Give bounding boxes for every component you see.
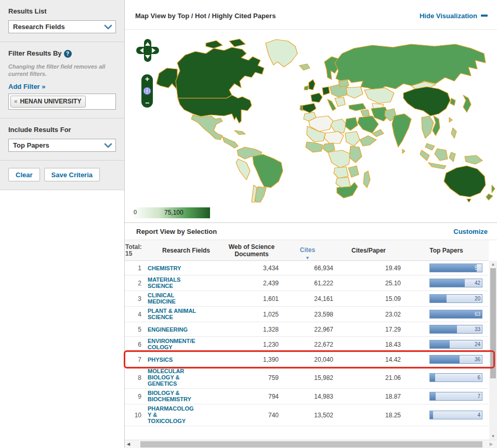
research-field-link[interactable]: PHYSICS (148, 357, 173, 363)
map-pan-control[interactable] (136, 39, 159, 69)
filter-heading: Filter Results By? (8, 49, 116, 58)
top-papers-value: 63 (475, 311, 480, 317)
globe-icon[interactable] (143, 87, 151, 95)
top-papers-bar: 63 (429, 310, 482, 319)
customize-link[interactable]: Customize (453, 228, 488, 235)
legend-max-label: 75,100 (164, 209, 184, 216)
bar-fill (430, 295, 447, 302)
results-list-heading: Results List (8, 7, 116, 15)
table-row[interactable]: 3 CLINICAL MEDICINE 1,601 24,161 15.09 2… (125, 291, 489, 307)
research-field-link[interactable]: CLINICAL MEDICINE (148, 292, 176, 305)
scroll-right-icon[interactable]: ▶ (490, 442, 493, 446)
cites-cell: 15,982 (282, 374, 336, 381)
table-row[interactable]: 4 PLANT & ANIMAL SCIENCE 1,025 23,598 23… (125, 307, 489, 322)
map-header: Map View by Top / Hot / Highly Cited Pap… (125, 0, 497, 30)
bar-fill (430, 325, 457, 333)
cites-per-paper-cell: 23.02 (336, 311, 404, 318)
map-legend: 0 75,100 (132, 207, 210, 218)
scroll-up-icon[interactable]: ▲ (489, 262, 497, 267)
research-field-link[interactable]: BIOLOGY & BIOCHEMISTRY (148, 390, 191, 402)
filter-heading-label: Filter Results By (8, 49, 62, 57)
top-papers-value: 24 (475, 341, 480, 347)
cites-cell: 23,598 (282, 311, 336, 318)
filter-note: Changing the filter field removes all cu… (8, 63, 116, 77)
research-field-link[interactable]: MOLECULAR BIOLOGY & GENETICS (148, 368, 184, 387)
research-field-link[interactable]: ENVIRONMENT/E COLOGY (148, 338, 195, 350)
table-vertical-scrollbar[interactable]: ▲ ▼ (489, 261, 497, 440)
research-field-link[interactable]: ENGINEERING (148, 326, 188, 333)
remove-filter-icon[interactable]: × (14, 98, 17, 104)
bar-fill (430, 340, 450, 348)
wos-docs-cell: 1,328 (225, 326, 282, 333)
map-zoom-control: + − (141, 74, 153, 108)
rank-cell: 6 (125, 341, 147, 348)
cites-cell: 14,983 (282, 393, 336, 400)
horizontal-scrollbar[interactable]: ◀ ▶ (125, 440, 497, 448)
top-papers-bar: 20 (429, 294, 482, 303)
choropleth-world-map[interactable] (128, 32, 497, 208)
research-field-link[interactable]: MATERIALS SCIENCE (148, 276, 180, 289)
hide-visualization-link[interactable]: Hide Visualization (420, 12, 488, 20)
table-row[interactable]: 2 MATERIALS SCIENCE 2,439 61,222 25.10 4… (125, 275, 489, 291)
table-row[interactable]: 1 CHEMISTRY 3,434 66,934 19.49 57 (125, 261, 489, 275)
vertical-scroll-thumb[interactable] (490, 268, 496, 378)
horizontal-scroll-thumb[interactable] (140, 441, 482, 447)
table-row[interactable]: 10 PHARMACOLOG Y & TOXICOLOGY 740 13,502… (125, 404, 489, 426)
help-icon[interactable]: ? (64, 50, 72, 58)
report-table: Total: 15 Research Fields Web of Science… (125, 240, 489, 426)
wos-docs-cell: 1,025 (225, 311, 282, 318)
research-field-link[interactable]: PLANT & ANIMAL SCIENCE (148, 308, 196, 320)
clear-button[interactable]: Clear (8, 168, 40, 181)
top-papers-bar: 36 (429, 355, 482, 364)
scroll-down-icon[interactable]: ▼ (489, 434, 497, 439)
cites-per-paper-cell: 25.10 (336, 280, 404, 287)
table-row[interactable]: 6 ENVIRONMENT/E COLOGY 1,230 22,672 18.4… (125, 337, 489, 352)
top-papers-value: 33 (475, 326, 480, 332)
column-header-research-fields[interactable]: Research Fields (147, 247, 225, 254)
column-header-wos-documents[interactable]: Web of Science Documents (225, 243, 282, 258)
wos-docs-cell: 759 (225, 374, 282, 381)
results-list-section: Results List Research Fields (0, 0, 124, 42)
top-papers-value: 36 (475, 357, 480, 362)
cites-per-paper-cell: 21.06 (336, 374, 404, 381)
rank-cell: 4 (125, 311, 147, 318)
research-field-link[interactable]: PHARMACOLOG Y & TOXICOLOGY (148, 405, 194, 424)
top-papers-value: 20 (475, 296, 480, 301)
rank-cell: 8 (125, 374, 147, 381)
include-results-heading: Include Results For (8, 126, 116, 134)
column-header-cites-per-paper[interactable]: Cites/Paper (336, 247, 404, 254)
sidebar: Results List Research Fields Filter Resu… (0, 0, 125, 448)
filter-section: Filter Results By? Changing the filter f… (0, 42, 124, 118)
table-row[interactable]: 9 BIOLOGY & BIOCHEMISTRY 794 14,983 18.8… (125, 389, 489, 404)
table-row-highlighted[interactable]: 7 PHYSICS 1,390 20,040 14.42 36 (125, 352, 489, 367)
research-field-link[interactable]: CHEMISTRY (148, 265, 181, 271)
add-filter-link[interactable]: Add Filter » (8, 83, 46, 90)
cites-cell: 66,934 (282, 265, 336, 272)
results-list-select[interactable]: Research Fields (8, 20, 116, 33)
top-papers-bar: 7 (429, 392, 482, 401)
active-filters-box[interactable]: × HENAN UNIVERSITY (8, 94, 116, 110)
column-header-cites-sorted[interactable]: Cites ▾ (282, 239, 336, 261)
table-header-row: Total: 15 Research Fields Web of Science… (125, 240, 489, 261)
collapse-minus-icon (481, 15, 488, 17)
esi-app: Results List Research Fields Filter Resu… (0, 0, 497, 448)
zoom-in-button[interactable]: + (145, 76, 149, 82)
top-papers-bar: 24 (429, 340, 482, 349)
wos-docs-cell: 3,434 (225, 265, 282, 272)
scroll-left-icon[interactable]: ◀ (127, 442, 130, 446)
cites-cell: 61,222 (282, 280, 336, 287)
top-papers-value: 4 (477, 412, 480, 418)
column-header-top-papers[interactable]: Top Papers (404, 247, 489, 254)
table-row[interactable]: 8 MOLECULAR BIOLOGY & GENETICS 759 15,98… (125, 367, 489, 389)
save-criteria-button[interactable]: Save Criteria (44, 168, 100, 181)
map-view-title: Map View by Top / Hot / Highly Cited Pap… (135, 12, 276, 20)
include-results-select[interactable]: Top Papers (8, 139, 116, 152)
top-papers-value: 42 (475, 280, 480, 286)
cites-per-paper-cell: 18.87 (336, 393, 404, 400)
total-count: Total: 15 (125, 244, 147, 257)
rank-cell: 1 (125, 265, 147, 272)
cites-label: Cites (300, 246, 315, 254)
zoom-out-button[interactable]: − (145, 100, 149, 106)
table-row[interactable]: 5 ENGINEERING 1,328 22,967 17.29 33 (125, 322, 489, 337)
cites-cell: 22,967 (282, 326, 336, 333)
